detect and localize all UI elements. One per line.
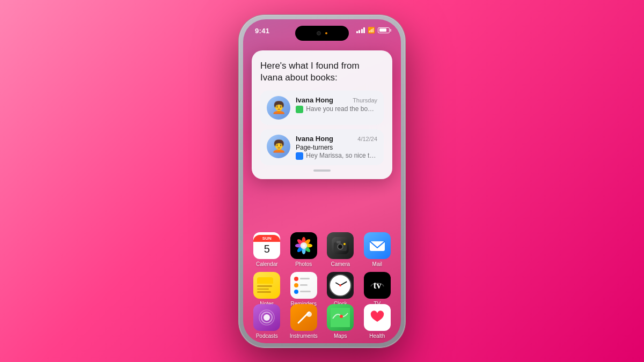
mail-icon: [296, 152, 303, 160]
svg-rect-12: [336, 241, 341, 243]
app-label-camera: Camera: [331, 261, 350, 267]
date-1: Thursday: [353, 97, 377, 104]
app-label-mail: Mail: [372, 261, 382, 267]
svg-point-15: [343, 243, 346, 245]
avatar-2: 🧑‍🦱: [267, 135, 290, 158]
app-row-main: Notes: [248, 272, 396, 307]
app-reminders[interactable]: Reminders: [288, 272, 319, 307]
di-dot: [325, 32, 327, 34]
wifi-icon: 📶: [368, 27, 375, 34]
app-photos[interactable]: Photos: [288, 232, 319, 267]
app-health[interactable]: Health: [362, 304, 393, 339]
svg-text:tv: tv: [373, 280, 381, 291]
app-row-top: SUN 5 Calendar: [248, 232, 396, 267]
status-time: 9:41: [255, 27, 269, 35]
apps-section: SUN 5 Calendar: [243, 236, 401, 343]
app-label-podcasts: Podcasts: [256, 333, 278, 339]
scroll-dot: [313, 169, 331, 172]
phone-wrapper: 9:41 📶 Here's what I fo: [239, 15, 405, 348]
battery-icon: [378, 27, 391, 33]
messages-icon: [296, 106, 303, 113]
svg-point-14: [339, 245, 342, 248]
app-podcasts[interactable]: Podcasts: [251, 304, 282, 339]
app-camera[interactable]: Camera: [325, 232, 356, 267]
sender-2: Ivana Hong: [296, 135, 333, 143]
preview-1: Have you read the book Good Material yet…: [296, 105, 377, 113]
svg-point-20: [264, 314, 270, 321]
subject-2: Page-turners: [296, 144, 377, 151]
app-label-instruments: Instruments: [290, 333, 318, 339]
app-row-bottom: Podcasts Instruments: [248, 304, 396, 339]
app-instruments[interactable]: Instruments: [288, 304, 319, 339]
svg-point-23: [306, 312, 312, 317]
di-camera: [317, 31, 321, 35]
avatar-1: 🧑‍🦱: [267, 96, 290, 120]
app-label-health: Health: [369, 333, 385, 339]
svg-point-25: [340, 315, 343, 318]
sender-1: Ivana Hong: [296, 96, 333, 104]
signal-icon: [356, 27, 365, 33]
siri-card: Here's what I found from Ivana about boo…: [252, 50, 392, 180]
status-icons: 📶: [356, 27, 392, 34]
app-notes[interactable]: Notes: [251, 272, 282, 307]
siri-text: Here's what I found from Ivana about boo…: [260, 60, 384, 85]
app-label-photos: Photos: [295, 261, 312, 267]
preview-2: Hey Marissa, so nice to hang out t...: [296, 152, 377, 160]
app-calendar[interactable]: SUN 5 Calendar: [251, 232, 282, 267]
app-label-calendar: Calendar: [256, 261, 278, 267]
message-item-2[interactable]: 🧑‍🦱 Ivana Hong 4/12/24 Page-turners Hey …: [260, 129, 384, 165]
svg-point-9: [300, 242, 307, 249]
app-label-maps: Maps: [334, 333, 347, 339]
message-content-2: Ivana Hong 4/12/24 Page-turners Hey Mari…: [296, 135, 377, 160]
phone-screen: 9:41 📶 Here's what I fo: [243, 19, 401, 343]
dynamic-island: [295, 26, 349, 41]
app-maps[interactable]: Maps: [325, 304, 356, 339]
scroll-indicator: [260, 169, 384, 172]
date-2: 4/12/24: [357, 136, 377, 142]
app-tv[interactable]: tv TV: [362, 272, 393, 307]
app-mail[interactable]: Mail: [362, 232, 393, 267]
message-content-1: Ivana Hong Thursday Have you read the bo…: [296, 96, 377, 113]
message-item-1[interactable]: 🧑‍🦱 Ivana Hong Thursday Have you read th…: [260, 91, 384, 125]
app-clock[interactable]: Clock: [325, 272, 356, 307]
